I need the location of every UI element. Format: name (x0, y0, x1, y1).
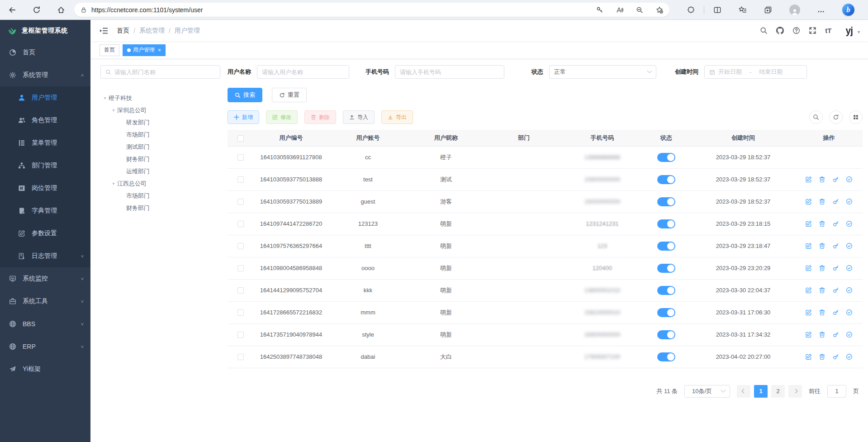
reset-password-key-icon[interactable] (832, 287, 839, 294)
prev-page-button[interactable] (737, 385, 750, 398)
sidebar-item-home[interactable]: 首页 (0, 41, 90, 64)
delete-button[interactable]: 删除 (304, 110, 336, 124)
tree-node-branch[interactable]: ▾深圳总公司 (100, 104, 220, 116)
delete-icon[interactable] (819, 220, 825, 227)
assign-role-check-icon[interactable] (846, 265, 853, 271)
home-icon[interactable] (57, 6, 65, 14)
tree-node-leaf[interactable]: 财务部门 (100, 153, 220, 165)
page-1-button[interactable]: 1 (754, 385, 768, 398)
reset-password-key-icon[interactable] (832, 242, 839, 249)
export-button[interactable]: 导出 (381, 110, 413, 124)
import-button[interactable]: 导入 (343, 110, 375, 124)
page-size-select[interactable]: 10条/页 (684, 385, 730, 398)
favorites-add-icon[interactable] (656, 6, 663, 14)
delete-icon[interactable] (819, 353, 825, 360)
edit-icon[interactable] (805, 242, 812, 249)
assign-role-check-icon[interactable] (846, 198, 853, 205)
delete-icon[interactable] (819, 198, 825, 205)
assign-role-check-icon[interactable] (846, 176, 853, 183)
address-bar[interactable]: https://ccnetcore.com:1101/system/user (74, 3, 669, 17)
tree-node-leaf[interactable]: 运维部门 (100, 165, 220, 177)
delete-icon[interactable] (819, 265, 825, 271)
sidebar-item-system[interactable]: 系统管理 ∧ (0, 64, 90, 86)
phone-input[interactable] (400, 69, 499, 76)
refresh-icon[interactable] (33, 6, 41, 14)
columns-grid-button[interactable] (849, 110, 863, 124)
sidebar-item-user-mgmt[interactable]: 用户管理 (0, 86, 90, 109)
edit-icon[interactable] (805, 220, 812, 227)
sidebar-item-yi-framework[interactable]: Yi框架 (0, 358, 90, 380)
delete-icon[interactable] (819, 242, 825, 249)
sidebar-item-log-mgmt[interactable]: 日志管理 ∨ (0, 245, 90, 267)
yj-logo[interactable]: yj (845, 25, 853, 36)
tree-node-leaf[interactable]: 测试部门 (100, 141, 220, 153)
modify-button[interactable]: 修改 (266, 110, 298, 124)
assign-role-check-icon[interactable] (846, 331, 853, 338)
row-checkbox[interactable] (237, 221, 244, 227)
row-checkbox[interactable] (237, 354, 244, 360)
page-2-button[interactable]: 2 (771, 385, 785, 398)
fullscreen-icon[interactable] (809, 27, 816, 34)
refresh-circle-button[interactable] (829, 110, 843, 124)
edit-icon[interactable] (805, 176, 812, 183)
dept-search-input[interactable] (114, 69, 215, 76)
back-icon[interactable] (8, 6, 16, 14)
help-icon[interactable] (792, 27, 800, 34)
reset-password-key-icon[interactable] (832, 198, 839, 205)
reset-password-key-icon[interactable] (832, 309, 839, 316)
add-button[interactable]: 新增 (228, 110, 259, 124)
status-toggle[interactable] (657, 286, 675, 295)
sidebar-item-monitor[interactable]: 系统监控 ∨ (0, 267, 90, 290)
chevron-down-icon[interactable]: ▾ (858, 29, 860, 36)
assign-role-check-icon[interactable] (846, 353, 853, 360)
assign-role-check-icon[interactable] (846, 220, 853, 227)
goto-page-input[interactable] (827, 385, 846, 398)
assign-role-check-icon[interactable] (846, 309, 853, 316)
status-toggle[interactable] (657, 308, 675, 317)
reset-password-key-icon[interactable] (832, 220, 839, 227)
password-key-icon[interactable] (596, 6, 603, 14)
copilot-icon[interactable]: b (842, 4, 854, 16)
edit-icon[interactable] (805, 331, 812, 338)
assign-role-check-icon[interactable] (846, 287, 853, 294)
search-icon[interactable] (760, 27, 768, 34)
sidebar-item-erp[interactable]: ERP ∨ (0, 335, 90, 358)
username-input[interactable] (262, 69, 344, 76)
tab-home[interactable]: 首页 (100, 44, 119, 56)
status-toggle[interactable] (657, 330, 675, 339)
tree-node-leaf[interactable]: 市场部门 (100, 190, 220, 202)
tree-node-leaf[interactable]: 市场部门 (100, 128, 220, 141)
row-checkbox[interactable] (237, 309, 244, 316)
reset-button[interactable]: 重置 (272, 88, 307, 102)
status-toggle[interactable] (657, 352, 675, 361)
favorites-icon[interactable] (739, 6, 747, 14)
status-toggle[interactable] (657, 175, 675, 184)
tree-node-branch[interactable]: ▾江西总公司 (100, 177, 220, 190)
sidebar-item-param-settings[interactable]: 参数设置 (0, 222, 90, 245)
row-checkbox[interactable] (237, 332, 244, 338)
profile-avatar[interactable] (789, 5, 800, 15)
zoom-out-icon[interactable] (636, 6, 643, 14)
status-toggle[interactable] (657, 153, 675, 162)
edit-icon[interactable] (805, 287, 812, 294)
edit-icon[interactable] (805, 309, 812, 316)
row-checkbox[interactable] (237, 243, 244, 249)
row-checkbox[interactable] (237, 287, 244, 294)
assign-role-check-icon[interactable] (846, 242, 853, 249)
sidebar-item-dict-mgmt[interactable]: 字典管理 (0, 200, 90, 222)
date-range-picker[interactable]: 开始日期 - 结束日期 (704, 65, 807, 79)
status-toggle[interactable] (657, 197, 675, 206)
delete-icon[interactable] (819, 309, 825, 316)
row-checkbox[interactable] (237, 265, 244, 271)
row-checkbox[interactable] (237, 199, 244, 205)
status-toggle[interactable] (657, 264, 675, 273)
delete-icon[interactable] (819, 176, 825, 183)
font-size-icon[interactable]: tT (825, 27, 831, 34)
sidebar-item-bbs[interactable]: BBS ∨ (0, 313, 90, 335)
row-checkbox[interactable] (237, 154, 244, 161)
tree-node-leaf[interactable]: 财务部门 (100, 202, 220, 214)
read-aloud-icon[interactable] (616, 6, 623, 14)
app-logo[interactable]: 意框架管理系统 (0, 20, 90, 41)
lock-icon[interactable] (81, 7, 87, 13)
reset-password-key-icon[interactable] (832, 265, 839, 271)
